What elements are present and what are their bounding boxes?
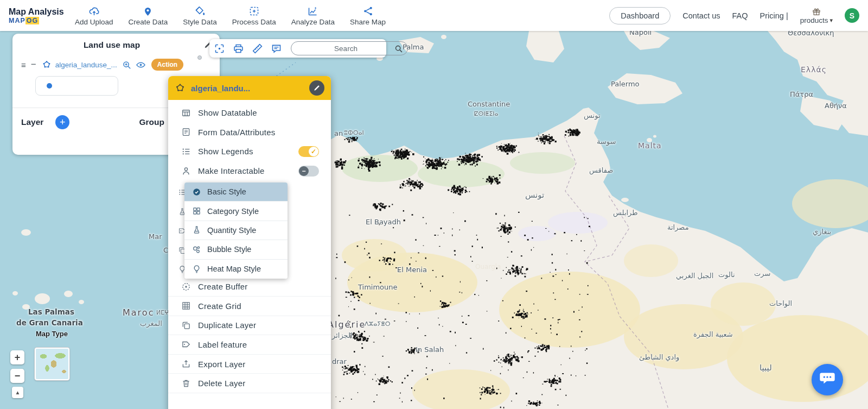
brand-subtitle: MAPOG [9, 17, 61, 24]
products-menu[interactable]: products▾ [800, 7, 833, 24]
legend-swatch [35, 76, 118, 96]
table-icon [181, 108, 191, 118]
nav-label: Style Data [183, 18, 216, 26]
faq-link[interactable]: FAQ [732, 11, 748, 20]
menu-item-label: Create Grid [198, 301, 241, 311]
main-nav: Add Upload Create Data Style Data Proces… [69, 3, 391, 28]
map-title: Land use map [20, 40, 203, 50]
submenu-item-bubble-style[interactable]: Bubble Style [184, 240, 288, 259]
cloud-upload-icon [88, 5, 100, 17]
notification-dot [197, 55, 202, 60]
legend-icon [181, 147, 191, 156]
submenu-item-category-style[interactable]: Category Style [184, 202, 288, 221]
drag-handle-icon[interactable]: ≡ [21, 60, 26, 70]
search-box [291, 41, 408, 55]
menu-item-delete-layer[interactable]: Delete Layer [168, 374, 331, 393]
chat-button[interactable] [812, 364, 843, 395]
nav-item-process-data[interactable]: Process Data [227, 3, 282, 28]
add-layer-button[interactable]: + [55, 115, 69, 129]
submenu-item-label: Quantity Style [207, 226, 256, 235]
context-menu-layer-name: algeria_landu... [191, 84, 309, 93]
nav-item-analyze-data[interactable]: Analyze Data [286, 3, 340, 28]
quantity-style-icon [192, 225, 201, 235]
submenu-item-label: Bubble Style [207, 245, 251, 254]
nav-label: Share Map [350, 18, 386, 26]
nav-item-create-data[interactable]: Create Data [123, 3, 174, 28]
products-label: products [800, 16, 828, 24]
trash-icon [181, 379, 191, 388]
zoom-in-button[interactable]: + [10, 350, 24, 364]
nav-right: Dashboard Contact us FAQ Pricing | produ… [609, 7, 868, 24]
toggle-knob: ✓ [309, 147, 318, 156]
menu-item-show-datatable[interactable]: Show Datatable [168, 103, 331, 123]
print-icon[interactable] [233, 43, 244, 54]
submenu-item-quantity-style[interactable]: Quantity Style [184, 221, 288, 240]
menu-item-label: Label feature [198, 340, 247, 349]
submenu-item-basic-style[interactable]: Basic Style [184, 183, 288, 202]
menu-item-show-legends[interactable]: Show Legends✓ [168, 142, 331, 161]
action-button[interactable]: Action [151, 59, 183, 71]
brand-logo[interactable]: Map Analysis MAPOG [0, 7, 61, 24]
toggle-show-legends[interactable]: ✓ [298, 146, 319, 157]
menu-item-create-grid[interactable]: Create Grid [168, 297, 331, 316]
layer-visibility-eye-icon[interactable] [136, 60, 146, 70]
menu-item-make-interactable[interactable]: Make Interactable− [168, 161, 331, 181]
style-submenu: Basic Style Category Style Quantity Styl… [184, 183, 288, 279]
person-icon [181, 166, 191, 176]
pin-icon [142, 5, 154, 17]
group-section-label: Group [139, 117, 164, 127]
search-input[interactable] [298, 45, 394, 53]
layer-section-label: Layer [21, 117, 43, 127]
duplicate-icon [181, 320, 191, 330]
menu-item-label: Export Layer [198, 360, 245, 369]
overview-map[interactable] [35, 348, 69, 380]
menu-item-create-buffer[interactable]: Create Buffer [168, 277, 331, 297]
legend-point-symbol [47, 83, 52, 89]
nav-item-add-upload[interactable]: Add Upload [69, 3, 119, 28]
collapse-icon[interactable]: − [31, 59, 36, 70]
search-icon[interactable] [394, 44, 403, 53]
submenu-item-label: Basic Style [207, 187, 246, 196]
gift-icon [812, 7, 821, 16]
context-menu-header: algeria_landu... [168, 76, 331, 100]
submenu-item-label: Category Style [207, 207, 259, 216]
menu-top-items: Show Datatable Form Data/Attributes Show… [168, 100, 331, 180]
menu-item-label: Show Legends [198, 147, 253, 156]
pricing-link[interactable]: Pricing | [760, 11, 788, 20]
avatar[interactable]: S [845, 8, 859, 23]
nav-label: Process Data [232, 18, 276, 26]
submenu-item-label: Heat Map Style [207, 265, 261, 273]
submenu-item-heat-map-style[interactable]: Heat Map Style [184, 260, 288, 279]
toggle-make-interactable[interactable]: − [298, 166, 319, 177]
zoom-to-layer-icon[interactable] [122, 60, 132, 70]
polygon-layer-icon [175, 83, 186, 93]
app-root: NapoliΘεσσαλονίκηPalmaΕλλάςPalermoΠάτραΑ… [0, 0, 868, 409]
menu-item-label: Create Buffer [198, 282, 248, 291]
pencil-icon [313, 84, 321, 92]
style-icon [194, 5, 206, 17]
menu-item-duplicate-layer[interactable]: Duplicate Layer [168, 316, 331, 336]
analyze-icon [307, 5, 318, 17]
menu-item-export-layer[interactable]: Export Layer [168, 355, 331, 374]
dashboard-button[interactable]: Dashboard [609, 7, 671, 24]
bubble-style-icon [192, 245, 201, 254]
zoom-out-button[interactable]: − [10, 369, 24, 383]
menu-item-label-feature[interactable]: Label feature [168, 335, 331, 355]
contact-us-link[interactable]: Contact us [682, 11, 720, 20]
menu-item-form-data-attributes[interactable]: Form Data/Attributes [168, 123, 331, 142]
nav-item-style-data[interactable]: Style Data [177, 3, 222, 28]
layer-row: ≡ − algeria_landuse_... Action [12, 59, 220, 71]
brand-title: Map Analysis [9, 7, 61, 17]
rename-layer-button[interactable] [309, 80, 324, 96]
layer-name[interactable]: algeria_landuse_... [55, 61, 117, 69]
menu-bottom-items: Create Buffer Create Grid Duplicate Laye… [168, 277, 331, 393]
nav-item-share-map[interactable]: Share Map [344, 3, 391, 28]
comment-icon[interactable] [271, 43, 282, 54]
pan-up-button[interactable]: ▲ [12, 387, 23, 398]
heatmap-style-icon [192, 265, 201, 274]
extent-icon[interactable] [214, 43, 225, 54]
measure-icon[interactable] [252, 43, 263, 54]
map-toolbar [209, 39, 386, 58]
menu-item-label: Delete Layer [198, 379, 245, 388]
share-icon [362, 5, 374, 17]
